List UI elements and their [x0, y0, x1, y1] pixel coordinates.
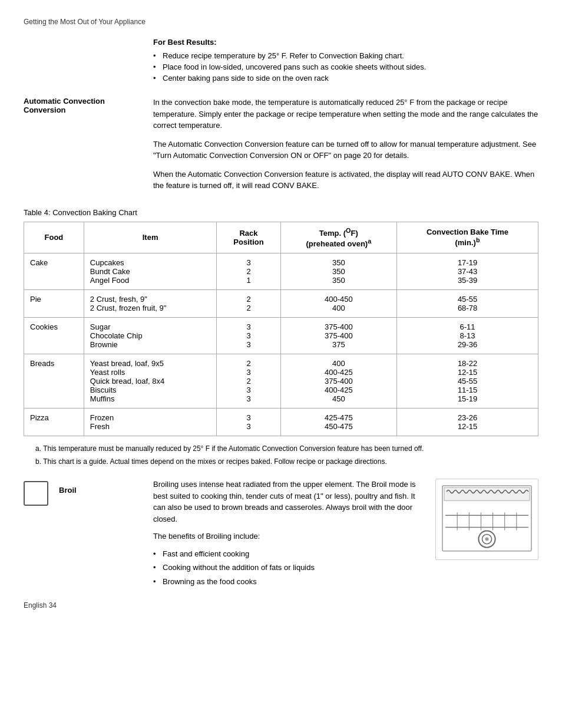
rack-cell: 23233: [217, 354, 280, 409]
table-row: Pie 2 Crust, fresh, 9"2 Crust, frozen fr…: [24, 290, 538, 318]
food-cell: Cookies: [24, 318, 84, 354]
baking-table: Food Item RackPosition Temp. (OF)(prehea…: [24, 222, 538, 437]
item-cell: Yeast bread, loaf, 9x5Yeast rollsQuick b…: [84, 354, 217, 409]
rack-cell: 33: [217, 409, 280, 436]
col-item: Item: [84, 222, 217, 253]
item-cell: SugarChocolate ChipBrownie: [84, 318, 217, 354]
list-item: Browning as the food cooks: [153, 576, 424, 588]
item-cell: CupcakesBundt CakeAngel Food: [84, 253, 217, 290]
temp-cell: 425-475450-475: [280, 409, 396, 436]
table-row: Pizza FrozenFresh 33 425-475450-475 23-2…: [24, 409, 538, 436]
best-results-title: For Best Results:: [153, 38, 538, 47]
col-time: Convection Bake Time(min.)b: [397, 222, 538, 253]
svg-rect-1: [444, 487, 530, 500]
list-item: Fast and efficient cooking: [153, 548, 424, 560]
table-row: Cookies SugarChocolate ChipBrownie 333 3…: [24, 318, 538, 354]
auto-conv-p2: The Automatic Convection Conversion feat…: [153, 139, 538, 162]
broil-section: Broil Broiling uses intense heat radiate…: [24, 479, 538, 589]
list-item: Reduce recipe temperature by 25° F. Refe…: [153, 51, 538, 60]
list-item: Cooking without the addition of fats or …: [153, 562, 424, 574]
auto-conv-section: Automatic Convection Conversion In the c…: [24, 97, 538, 199]
table-row: Breads Yeast bread, loaf, 9x5Yeast rolls…: [24, 354, 538, 409]
item-cell: FrozenFresh: [84, 409, 217, 436]
broil-bullets: Fast and efficient cooking Cooking witho…: [153, 548, 424, 588]
broil-diagram: [435, 479, 538, 560]
temp-cell: 350350350: [280, 253, 396, 290]
auto-conv-p3: When the Automatic Convection Conversion…: [153, 169, 538, 192]
auto-conv-content: In the convection bake mode, the tempera…: [153, 97, 538, 199]
temp-cell: 400-450400: [280, 290, 396, 318]
time-cell: 18-2212-1545-5511-1515-19: [397, 354, 538, 409]
table-row: Cake CupcakesBundt CakeAngel Food 321 35…: [24, 253, 538, 290]
page-footer: English 34: [24, 601, 538, 610]
temp-cell: 400400-425375-400400-425450: [280, 354, 396, 409]
time-cell: 45-5568-78: [397, 290, 538, 318]
col-rack: RackPosition: [217, 222, 280, 253]
broil-icon-box: [24, 481, 48, 506]
rack-cell: 321: [217, 253, 280, 290]
auto-conv-label: Automatic Convection Conversion: [24, 97, 153, 199]
header-text: Getting the Most Out of Your Appliance: [24, 18, 146, 26]
food-cell: Pie: [24, 290, 84, 318]
svg-point-12: [485, 538, 488, 541]
time-cell: 23-2612-15: [397, 409, 538, 436]
temp-cell: 375-400375-400375: [280, 318, 396, 354]
page-header: Getting the Most Out of Your Appliance: [24, 18, 538, 26]
food-cell: Pizza: [24, 409, 84, 436]
broil-svg: [439, 483, 534, 554]
broil-p2: The benefits of Broiling include:: [153, 531, 424, 542]
time-cell: 6-118-1329-36: [397, 318, 538, 354]
broil-p1: Broiling uses intense heat radiated from…: [153, 479, 424, 525]
rack-cell: 333: [217, 318, 280, 354]
footnote-a: a. This temperature must be manually red…: [35, 443, 538, 454]
footnotes-section: a. This temperature must be manually red…: [24, 443, 538, 467]
footnote-b: b. This chart is a guide. Actual times d…: [35, 456, 538, 467]
best-results-left: [24, 38, 153, 85]
broil-inner: Broiling uses intense heat radiated from…: [153, 479, 538, 589]
best-results-content: For Best Results: Reduce recipe temperat…: [153, 38, 538, 85]
list-item: Center baking pans side to side on the o…: [153, 74, 538, 83]
broil-label: Broil: [59, 486, 77, 495]
list-item: Place food in low-sided, uncovered pans …: [153, 62, 538, 71]
table-header-row: Food Item RackPosition Temp. (OF)(prehea…: [24, 222, 538, 253]
food-cell: Cake: [24, 253, 84, 290]
item-cell: 2 Crust, fresh, 9"2 Crust, frozen fruit,…: [84, 290, 217, 318]
col-food: Food: [24, 222, 84, 253]
best-results-list: Reduce recipe temperature by 25° F. Refe…: [153, 51, 538, 83]
broil-icon-container: [24, 481, 53, 506]
auto-conv-p1: In the convection bake mode, the tempera…: [153, 97, 538, 131]
rack-cell: 22: [217, 290, 280, 318]
time-cell: 17-1937-4335-39: [397, 253, 538, 290]
col-temp: Temp. (OF)(preheated oven)a: [280, 222, 396, 253]
broil-text: Broiling uses intense heat radiated from…: [153, 479, 424, 589]
table-caption: Table 4: Convection Baking Chart: [24, 208, 538, 217]
food-cell: Breads: [24, 354, 84, 409]
best-results-row: For Best Results: Reduce recipe temperat…: [24, 38, 538, 85]
